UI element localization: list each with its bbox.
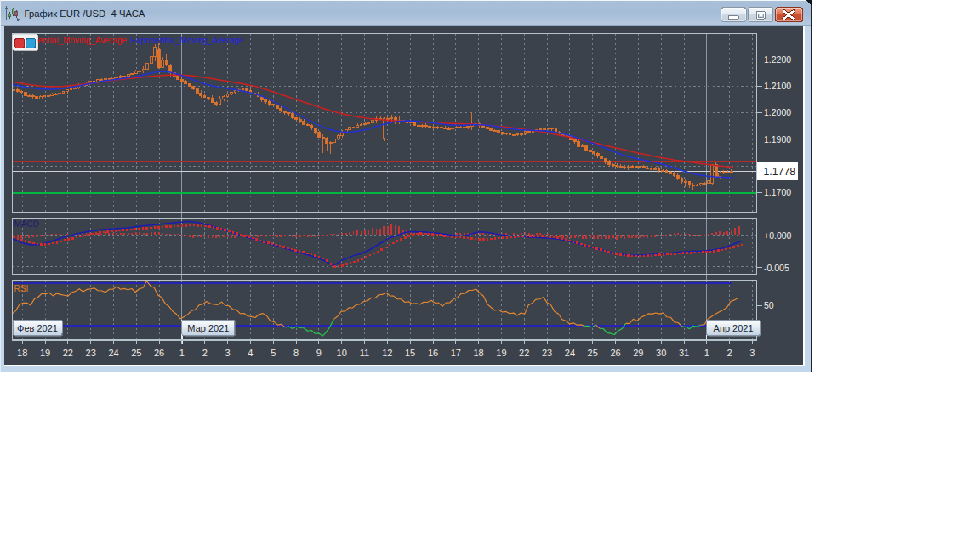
- svg-text:Мар 2021: Мар 2021: [187, 323, 229, 333]
- svg-text:23: 23: [86, 348, 96, 358]
- svg-text:10: 10: [337, 348, 347, 358]
- svg-text:22: 22: [519, 348, 529, 358]
- svg-text:+0.000: +0.000: [764, 230, 792, 241]
- svg-text:ential_Moving_Average: ential_Moving_Average: [38, 36, 128, 45]
- svg-text:1: 1: [704, 348, 709, 358]
- svg-text:Exponential_Moving_Average: Exponential_Moving_Average: [131, 36, 244, 45]
- svg-text:9: 9: [316, 348, 322, 358]
- svg-text:8: 8: [293, 348, 299, 358]
- svg-text:19: 19: [40, 348, 50, 358]
- svg-text:1.2100: 1.2100: [764, 81, 791, 91]
- svg-text:2: 2: [727, 348, 732, 358]
- svg-text:17: 17: [451, 348, 461, 358]
- svg-text:50: 50: [764, 300, 774, 310]
- svg-text:График EUR /USD 4 ЧАСА: График EUR /USD 4 ЧАСА: [25, 9, 145, 19]
- svg-text:12: 12: [382, 348, 392, 358]
- svg-text:1: 1: [179, 348, 185, 358]
- svg-text:18: 18: [473, 348, 483, 358]
- svg-text:2: 2: [202, 348, 208, 358]
- svg-text:18: 18: [17, 348, 27, 358]
- svg-text:3: 3: [225, 348, 231, 358]
- svg-text:19: 19: [496, 348, 506, 358]
- svg-text:1.1778: 1.1778: [764, 166, 796, 178]
- svg-text:1.2000: 1.2000: [764, 107, 791, 117]
- svg-text:1.2200: 1.2200: [764, 54, 791, 65]
- svg-text:25: 25: [588, 348, 598, 358]
- svg-text:26: 26: [610, 348, 620, 358]
- svg-text:15: 15: [405, 348, 415, 358]
- svg-text:24: 24: [565, 348, 575, 358]
- svg-text:MACD: MACD: [14, 219, 39, 229]
- svg-text:1.1700: 1.1700: [764, 187, 791, 197]
- svg-text:23: 23: [542, 348, 552, 358]
- svg-text:4: 4: [248, 348, 253, 358]
- svg-text:22: 22: [63, 348, 73, 358]
- svg-text:30: 30: [656, 348, 666, 358]
- svg-text:26: 26: [154, 348, 164, 358]
- svg-text:31: 31: [679, 348, 689, 358]
- svg-text:5: 5: [271, 348, 276, 358]
- svg-text:16: 16: [428, 348, 438, 358]
- svg-text:24: 24: [108, 348, 118, 358]
- svg-text:11: 11: [360, 348, 369, 358]
- svg-text:1.1900: 1.1900: [764, 134, 791, 145]
- svg-text:25: 25: [131, 348, 141, 358]
- svg-text:RSI: RSI: [14, 284, 29, 293]
- svg-text:Фев 2021: Фев 2021: [17, 323, 58, 333]
- svg-text:Апр 2021: Апр 2021: [714, 323, 754, 333]
- svg-text:29: 29: [633, 348, 643, 358]
- svg-text:-0.005: -0.005: [764, 263, 789, 273]
- svg-text:3: 3: [749, 348, 755, 358]
